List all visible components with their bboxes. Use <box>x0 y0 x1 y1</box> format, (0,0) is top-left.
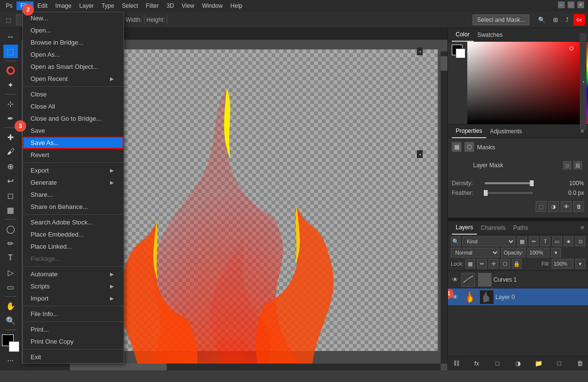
menu-close-all[interactable]: Close All <box>23 100 124 112</box>
layer-shape-icon[interactable]: ▭ <box>552 237 562 246</box>
menu-place-linked[interactable]: Place Linked... <box>23 240 124 253</box>
zoom-tool[interactable]: 🔍 <box>3 314 18 327</box>
healing-tool[interactable]: ✚ <box>3 130 18 144</box>
right-edge-handle[interactable]: ◂ <box>580 33 587 130</box>
blend-mode-select[interactable]: Normal <box>451 248 499 257</box>
menu-open[interactable]: Open... <box>23 24 124 36</box>
layer-edit-icon[interactable]: ✏ <box>529 237 539 246</box>
color-tab[interactable]: Color <box>452 28 474 42</box>
marquee-tool[interactable]: ⬚ <box>3 45 18 58</box>
minimize-button[interactable]: ─ <box>558 1 565 8</box>
menu-help[interactable]: Help <box>226 1 246 10</box>
layer-mask-thumbnail[interactable] <box>454 158 469 173</box>
mask-selection-icon[interactable]: ⬚ <box>536 201 546 212</box>
density-slider[interactable] <box>485 182 533 184</box>
menu-image[interactable]: Image <box>51 1 75 10</box>
panel-collapse-top[interactable]: ◂ <box>417 48 423 55</box>
menu-save-as[interactable]: Save As... <box>23 137 124 149</box>
mask-visibility-icon[interactable]: 👁 <box>561 201 572 212</box>
mask-apply-icon[interactable]: □ <box>563 161 572 170</box>
menu-browse-bridge[interactable]: Browse in Bridge... <box>23 36 124 48</box>
menu-file-info[interactable]: File Info... <box>23 308 124 320</box>
brush-tool[interactable]: 🖌 <box>3 145 18 159</box>
background-color[interactable] <box>9 341 19 352</box>
properties-tab[interactable]: Properties <box>452 125 486 138</box>
hand-tool[interactable]: ✋ <box>3 299 18 313</box>
delete-layer-icon[interactable]: 🗑 <box>574 358 585 369</box>
close-button[interactable]: ✕ <box>577 1 584 8</box>
color-field[interactable] <box>467 42 588 124</box>
menu-open-as[interactable]: Open As... <box>23 48 124 61</box>
menu-scripts[interactable]: Scripts ▶ <box>23 280 124 292</box>
menu-print-one-copy[interactable]: Print One Copy <box>23 335 124 348</box>
mask-link-icon[interactable]: ⛓ <box>573 161 582 170</box>
menu-layer[interactable]: Layer <box>75 1 97 10</box>
lock-all-btn[interactable]: 🔒 <box>512 259 522 269</box>
path-tool[interactable]: ▷ <box>3 266 18 279</box>
fill-extra[interactable]: ▾ <box>575 259 585 269</box>
dodge-tool[interactable]: ◯ <box>3 222 18 236</box>
vertical-scrollbar[interactable] <box>441 51 447 364</box>
maximize-button[interactable]: □ <box>568 1 574 8</box>
layout-icon[interactable]: ⊞ <box>550 15 561 25</box>
mask-invert-icon[interactable]: ◑ <box>548 201 559 212</box>
layer-type-icon[interactable]: T <box>540 237 550 246</box>
new-layer-icon[interactable]: □ <box>554 358 565 369</box>
lock-artboard-btn[interactable]: ⬡ <box>500 259 510 269</box>
layer0-row[interactable]: 1 👁 <box>448 288 588 306</box>
menu-place-embedded[interactable]: Place Embedded... <box>23 228 124 240</box>
feather-slider[interactable] <box>485 192 533 194</box>
color-gradient-main[interactable] <box>467 42 588 124</box>
menu-share-behance[interactable]: Share on Behance... <box>23 201 124 213</box>
menu-window[interactable]: Window <box>198 1 227 10</box>
lock-pixels-btn[interactable]: ▦ <box>465 259 475 269</box>
creative-cloud-icon[interactable]: Cc <box>573 14 585 26</box>
layers-menu[interactable]: ≡ <box>580 224 584 231</box>
adjustment-layer-icon[interactable]: ◑ <box>513 358 524 369</box>
menu-view[interactable]: View <box>178 1 198 10</box>
curves1-layer[interactable]: 👁 Curves 1 <box>448 271 588 288</box>
menu-select[interactable]: Select <box>118 1 142 10</box>
history-tool[interactable]: ↩ <box>3 174 18 188</box>
menu-generate[interactable]: Generate ▶ <box>23 176 124 189</box>
menu-export[interactable]: Export ▶ <box>23 164 124 176</box>
menu-3d[interactable]: 3D <box>162 1 177 10</box>
layer-smart-icon[interactable]: ★ <box>564 237 573 246</box>
paths-tab[interactable]: Paths <box>509 221 532 235</box>
vector-mask-icon[interactable]: ⬡ <box>464 142 474 152</box>
menu-save[interactable]: Save <box>23 125 124 137</box>
type-tool[interactable]: T <box>3 251 18 265</box>
wand-tool[interactable]: ✦ <box>3 78 18 92</box>
density-thumb[interactable] <box>530 180 534 186</box>
adjustments-tab[interactable]: Adjustments <box>486 125 526 138</box>
ps-logo[interactable]: Ps <box>2 1 16 10</box>
menu-revert[interactable]: Revert <box>23 149 124 161</box>
color-swatches[interactable] <box>2 334 19 352</box>
mask-delete-icon[interactable]: 🗑 <box>573 201 584 212</box>
menu-automate[interactable]: Automate ▶ <box>23 268 124 280</box>
new-group-icon[interactable]: 📁 <box>533 358 544 369</box>
layer-effects-icon[interactable]: fx <box>472 358 482 369</box>
eraser-tool[interactable]: ◻ <box>3 189 18 202</box>
opacity-extra[interactable]: ▾ <box>551 248 561 257</box>
layer-pixel-icon[interactable]: ▦ <box>517 237 527 246</box>
menu-open-smart[interactable]: Open as Smart Object... <box>23 61 124 73</box>
menu-close-go-bridge[interactable]: Close and Go to Bridge... <box>23 112 124 125</box>
feather-thumb[interactable] <box>484 190 488 196</box>
swatches-tab[interactable]: Swatches <box>474 28 507 42</box>
gradient-tool[interactable]: ▦ <box>3 203 18 217</box>
kind-select[interactable]: Kind <box>462 237 515 246</box>
layer-extra-icon[interactable]: ⊙ <box>575 237 585 246</box>
pixel-mask-icon[interactable]: ▦ <box>452 142 461 152</box>
menu-type[interactable]: Type <box>97 1 118 10</box>
share-icon[interactable]: ⤴ <box>563 15 572 25</box>
layers-tab[interactable]: Layers <box>452 221 477 235</box>
crop-tool[interactable]: ⊹ <box>3 97 18 111</box>
channels-tab[interactable]: Channels <box>477 221 509 235</box>
panel-collapse-bottom[interactable]: ◂ <box>417 150 423 158</box>
menu-search-stock[interactable]: Search Adobe Stock... <box>23 216 124 228</box>
menu-new[interactable]: New... <box>23 12 124 24</box>
menu-exit[interactable]: Exit <box>23 351 124 363</box>
opacity-input[interactable] <box>527 248 549 257</box>
search-icon[interactable]: 🔍 <box>535 15 548 25</box>
